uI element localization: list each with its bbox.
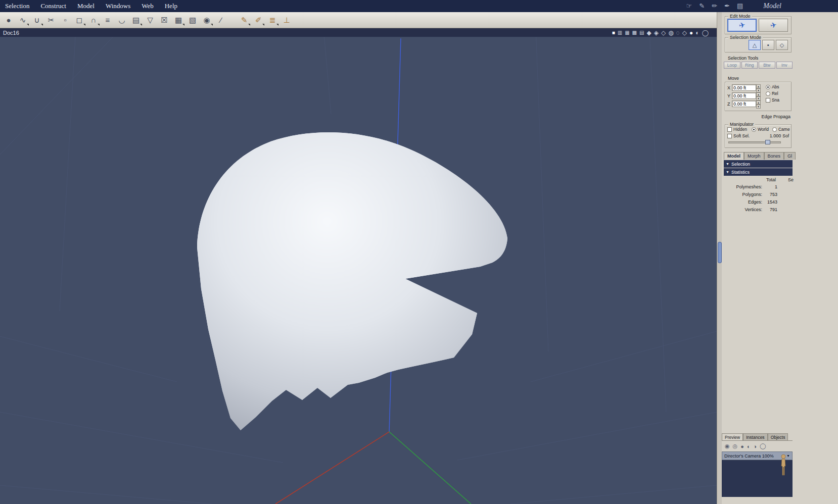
soft-selection-checkbox[interactable]: [727, 134, 732, 138]
sphere-select-tool[interactable]: ◉: [200, 14, 214, 27]
flat-shield-icon[interactable]: ◇: [661, 30, 666, 36]
line-tool[interactable]: ∕: [214, 14, 228, 27]
dome-tool[interactable]: ∩: [86, 14, 101, 27]
statistics-table: Total Se Polymeshes: 1 Polygons: 753 Edg…: [724, 176, 793, 212]
panel-tabs: Model Morph Bones Gl: [724, 152, 793, 160]
menu-item-web[interactable]: Web: [142, 2, 154, 10]
uv-mode-button[interactable]: ✈: [759, 19, 788, 32]
bowl-icon: ◡: [118, 16, 125, 25]
selection-section-header[interactable]: ▼ Selection: [724, 160, 793, 168]
six-pane-icon[interactable]: ▩: [632, 30, 637, 35]
statistics-section-header[interactable]: ▼ Statistics: [724, 168, 793, 176]
slider-thumb[interactable]: [765, 140, 770, 144]
tab-model[interactable]: Model: [724, 152, 744, 160]
preview-orbit-icon[interactable]: ◉: [725, 443, 730, 449]
between-button[interactable]: Btw: [759, 62, 775, 69]
world-radio[interactable]: [752, 127, 756, 132]
single-pane-icon[interactable]: ■: [612, 30, 615, 35]
loop-button[interactable]: Loop: [724, 62, 740, 69]
move-x-spinner[interactable]: ▲▼: [756, 84, 761, 91]
bowl-tool[interactable]: ◡: [115, 14, 129, 27]
menu-item-construct[interactable]: Construct: [40, 2, 66, 10]
preview-shaded-icon[interactable]: ◎: [733, 443, 738, 449]
menu-item-model[interactable]: Model: [77, 2, 95, 10]
tab-morph[interactable]: Morph: [744, 152, 764, 160]
edit-points-tool[interactable]: ▫: [58, 14, 72, 27]
four-pane-icon[interactable]: ▦: [625, 30, 629, 35]
goblet-tool[interactable]: ▽: [143, 14, 157, 27]
hidden-checkbox[interactable]: [727, 127, 732, 132]
smooth-sphere-icon[interactable]: ●: [689, 30, 693, 36]
layer-cake-tool[interactable]: ≡: [101, 14, 115, 27]
pencil-icon[interactable]: ✏: [712, 2, 717, 10]
edit-mode-label: Edit Mode: [728, 14, 752, 19]
mesh-object[interactable]: [0, 28, 717, 504]
move-z-input[interactable]: [732, 100, 756, 107]
wire-shield-icon[interactable]: ◈: [654, 30, 659, 36]
edit-mode-group: Edit Mode ✈ ✈: [725, 16, 792, 34]
panel-scrollbar[interactable]: [717, 12, 722, 504]
clipboard-tool[interactable]: ▧: [185, 14, 200, 27]
panel-scrollbar-thumb[interactable]: [718, 242, 722, 263]
view-options: ■ ▥ ▦ ▩ ▤ ◆ ◈ ◇ ◍ ◌ ◇ ● ◐ ◯: [612, 30, 717, 36]
stack-tool[interactable]: ▦: [171, 14, 185, 27]
scissors-tool[interactable]: ✂: [44, 14, 58, 27]
preview-viewport[interactable]: [722, 460, 793, 497]
move-y-spinner[interactable]: ▲▼: [756, 92, 761, 99]
face-mode-button[interactable]: ◇: [776, 40, 788, 50]
tab-preview[interactable]: Preview: [722, 433, 743, 440]
gray-sphere-icon[interactable]: ◐: [695, 30, 699, 36]
move-x-input[interactable]: [732, 84, 756, 91]
extract-tool[interactable]: ▤: [129, 14, 143, 27]
toolbar: ● ∿ ∪ ✂ ▫ ◻ ∩ ≡ ◡ ▤ ▽ ☒ ▦ ▧ ◉ ∕ ✎ ✐ ≣ ⊥: [0, 12, 717, 28]
two-pane-icon[interactable]: ▥: [618, 30, 622, 35]
snap-checkbox[interactable]: [766, 98, 770, 103]
menubar-right-tools: ☞ ✎ ✏ ✒ ▤ Model: [686, 2, 781, 10]
marquee-select-tool[interactable]: ◻: [72, 14, 86, 27]
stack-icon: ▦: [175, 16, 182, 25]
vertex-mode-button[interactable]: △: [749, 40, 761, 50]
hand-pan-icon[interactable]: ☞: [686, 2, 692, 10]
page-flip-right-tool[interactable]: ✐: [251, 14, 265, 27]
preview-quarter-icon[interactable]: ◑: [754, 443, 757, 449]
page-flip-left-tool[interactable]: ✎: [237, 14, 251, 27]
tab-bones[interactable]: Bones: [764, 152, 784, 160]
soft-selection-slider[interactable]: [728, 140, 788, 145]
object-mode-button[interactable]: ✈: [727, 19, 757, 32]
pen-icon[interactable]: ✎: [699, 2, 705, 10]
absolute-radio[interactable]: [766, 85, 770, 89]
world-label: World: [758, 127, 769, 132]
list-pane-icon[interactable]: ▤: [639, 30, 644, 35]
x-axis-label: X: [727, 85, 732, 90]
camera-radio[interactable]: [772, 127, 777, 132]
magnet-tool[interactable]: ∪: [30, 14, 44, 27]
preview-half-icon[interactable]: ◐: [747, 443, 751, 449]
relative-radio[interactable]: [766, 91, 770, 96]
sphere-primitive-tool[interactable]: ●: [2, 14, 16, 27]
tab-instances[interactable]: Instances: [743, 433, 767, 440]
tab-objects[interactable]: Objects: [768, 433, 788, 440]
ring-button[interactable]: Ring: [741, 62, 758, 69]
cube-view-icon[interactable]: ◇: [682, 30, 687, 36]
invert-button[interactable]: Inv: [776, 62, 793, 69]
align-tool[interactable]: ≣: [265, 14, 280, 27]
curve-tool[interactable]: ∿: [16, 14, 30, 27]
orbit-view-icon[interactable]: ◍: [668, 30, 673, 36]
viewport-3d[interactable]: Doc16 ■ ▥ ▦ ▩ ▤ ◆ ◈ ◇ ◍ ◌ ◇ ● ◐: [0, 28, 717, 504]
dotted-circle-icon[interactable]: ◌: [676, 30, 680, 36]
menu-item-help[interactable]: Help: [165, 2, 177, 10]
tab-global[interactable]: Gl: [784, 152, 796, 160]
delete-tool[interactable]: ☒: [157, 14, 171, 27]
edge-mode-button[interactable]: ▪: [762, 40, 774, 50]
menu-item-selection[interactable]: Selection: [5, 2, 29, 10]
move-y-input[interactable]: [732, 92, 756, 99]
shaded-shield-icon[interactable]: ◆: [647, 30, 651, 36]
ink-pen-icon[interactable]: ✒: [724, 2, 730, 10]
menu-item-windows[interactable]: Windows: [106, 2, 130, 10]
hammer-tool[interactable]: ⊥: [280, 14, 294, 27]
wire-sphere-icon[interactable]: ◯: [702, 30, 709, 36]
move-z-spinner[interactable]: ▲▼: [756, 100, 761, 107]
preview-ring-icon[interactable]: ◯: [760, 443, 766, 449]
preview-sphere-icon[interactable]: ●: [740, 443, 744, 449]
page-icon[interactable]: ▤: [737, 2, 743, 10]
